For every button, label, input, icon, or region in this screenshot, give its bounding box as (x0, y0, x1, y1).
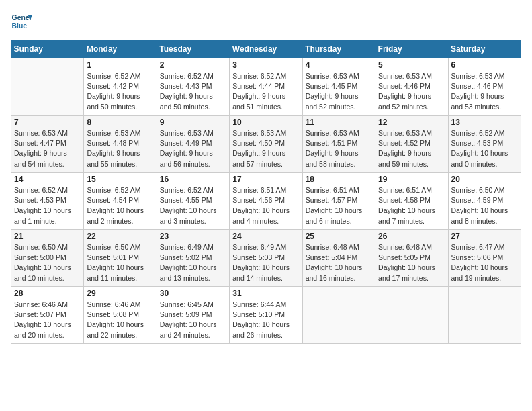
calendar-cell: 20Sunrise: 6:50 AM Sunset: 4:59 PM Dayli… (448, 173, 521, 230)
day-info: Sunrise: 6:44 AM Sunset: 5:10 PM Dayligh… (232, 300, 299, 340)
day-number: 28 (14, 289, 81, 298)
day-number: 1 (87, 60, 153, 70)
day-info: Sunrise: 6:52 AM Sunset: 4:44 PM Dayligh… (232, 71, 299, 112)
day-info: Sunrise: 6:46 AM Sunset: 5:07 PM Dayligh… (14, 300, 81, 340)
day-number: 20 (451, 175, 518, 184)
day-info: Sunrise: 6:53 AM Sunset: 4:51 PM Dayligh… (306, 128, 372, 169)
calendar-cell: 1Sunrise: 6:52 AM Sunset: 4:42 PM Daylig… (84, 58, 157, 116)
day-number: 9 (160, 118, 226, 127)
calendar-cell: 5Sunrise: 6:53 AM Sunset: 4:46 PM Daylig… (375, 58, 448, 116)
week-row-4: 28Sunrise: 6:46 AM Sunset: 5:07 PM Dayli… (11, 287, 521, 344)
day-number: 3 (232, 60, 299, 70)
day-number: 11 (306, 118, 372, 127)
weekday-friday: Friday (375, 40, 448, 58)
weekday-sunday: Sunday (11, 40, 84, 58)
day-info: Sunrise: 6:48 AM Sunset: 5:04 PM Dayligh… (306, 242, 372, 283)
calendar-cell: 10Sunrise: 6:53 AM Sunset: 4:50 PM Dayli… (230, 116, 302, 173)
day-info: Sunrise: 6:53 AM Sunset: 4:47 PM Dayligh… (14, 128, 81, 169)
day-info: Sunrise: 6:49 AM Sunset: 5:02 PM Dayligh… (160, 242, 226, 283)
day-info: Sunrise: 6:53 AM Sunset: 4:46 PM Dayligh… (378, 71, 445, 112)
day-number: 2 (160, 60, 226, 70)
day-info: Sunrise: 6:53 AM Sunset: 4:45 PM Dayligh… (306, 71, 372, 112)
day-info: Sunrise: 6:52 AM Sunset: 4:53 PM Dayligh… (451, 128, 518, 169)
weekday-header-row: SundayMondayTuesdayWednesdayThursdayFrid… (11, 40, 521, 58)
weekday-monday: Monday (84, 40, 157, 58)
calendar-cell: 11Sunrise: 6:53 AM Sunset: 4:51 PM Dayli… (302, 116, 375, 173)
svg-text:Blue: Blue (12, 22, 28, 30)
day-info: Sunrise: 6:53 AM Sunset: 4:46 PM Dayligh… (451, 71, 518, 112)
day-info: Sunrise: 6:52 AM Sunset: 4:55 PM Dayligh… (160, 185, 226, 226)
day-number: 13 (451, 118, 518, 127)
day-number: 21 (14, 232, 81, 241)
day-number: 14 (14, 175, 81, 184)
calendar-cell: 16Sunrise: 6:52 AM Sunset: 4:55 PM Dayli… (157, 173, 229, 230)
calendar-cell: 22Sunrise: 6:50 AM Sunset: 5:01 PM Dayli… (84, 230, 157, 287)
calendar-cell: 25Sunrise: 6:48 AM Sunset: 5:04 PM Dayli… (302, 230, 375, 287)
calendar-cell: 8Sunrise: 6:53 AM Sunset: 4:48 PM Daylig… (84, 116, 157, 173)
calendar-cell: 6Sunrise: 6:53 AM Sunset: 4:46 PM Daylig… (448, 58, 521, 116)
day-number: 16 (160, 175, 226, 184)
calendar-cell: 28Sunrise: 6:46 AM Sunset: 5:07 PM Dayli… (11, 287, 84, 344)
calendar-cell: 19Sunrise: 6:51 AM Sunset: 4:58 PM Dayli… (375, 173, 448, 230)
week-row-2: 14Sunrise: 6:52 AM Sunset: 4:53 PM Dayli… (11, 173, 521, 230)
calendar-cell: 24Sunrise: 6:49 AM Sunset: 5:03 PM Dayli… (230, 230, 302, 287)
page-header: General Blue (11, 11, 521, 32)
day-number: 6 (451, 60, 518, 70)
calendar-cell: 14Sunrise: 6:52 AM Sunset: 4:53 PM Dayli… (11, 173, 84, 230)
day-number: 17 (232, 175, 299, 184)
day-info: Sunrise: 6:51 AM Sunset: 4:56 PM Dayligh… (232, 185, 299, 226)
calendar-cell (11, 58, 84, 116)
day-info: Sunrise: 6:52 AM Sunset: 4:43 PM Dayligh… (160, 71, 226, 112)
day-number: 12 (378, 118, 445, 127)
day-number: 29 (87, 289, 153, 298)
calendar-cell: 27Sunrise: 6:47 AM Sunset: 5:06 PM Dayli… (448, 230, 521, 287)
calendar-cell: 9Sunrise: 6:53 AM Sunset: 4:49 PM Daylig… (157, 116, 229, 173)
day-number: 27 (451, 232, 518, 241)
day-number: 8 (87, 118, 153, 127)
weekday-saturday: Saturday (448, 40, 521, 58)
day-number: 5 (378, 60, 445, 70)
day-number: 22 (87, 232, 153, 241)
weekday-wednesday: Wednesday (230, 40, 302, 58)
calendar-cell: 3Sunrise: 6:52 AM Sunset: 4:44 PM Daylig… (230, 58, 302, 116)
day-info: Sunrise: 6:50 AM Sunset: 5:01 PM Dayligh… (87, 242, 153, 283)
day-info: Sunrise: 6:52 AM Sunset: 4:53 PM Dayligh… (14, 185, 81, 226)
day-info: Sunrise: 6:52 AM Sunset: 4:54 PM Dayligh… (87, 185, 153, 226)
calendar-cell: 30Sunrise: 6:45 AM Sunset: 5:09 PM Dayli… (157, 287, 229, 344)
day-number: 31 (232, 289, 299, 298)
calendar-cell (375, 287, 448, 344)
calendar-cell: 26Sunrise: 6:48 AM Sunset: 5:05 PM Dayli… (375, 230, 448, 287)
day-info: Sunrise: 6:52 AM Sunset: 4:42 PM Dayligh… (87, 71, 153, 112)
calendar-cell: 31Sunrise: 6:44 AM Sunset: 5:10 PM Dayli… (230, 287, 302, 344)
week-row-3: 21Sunrise: 6:50 AM Sunset: 5:00 PM Dayli… (11, 230, 521, 287)
calendar-cell: 21Sunrise: 6:50 AM Sunset: 5:00 PM Dayli… (11, 230, 84, 287)
calendar-cell: 23Sunrise: 6:49 AM Sunset: 5:02 PM Dayli… (157, 230, 229, 287)
calendar-cell: 12Sunrise: 6:53 AM Sunset: 4:52 PM Dayli… (375, 116, 448, 173)
day-info: Sunrise: 6:46 AM Sunset: 5:08 PM Dayligh… (87, 300, 153, 340)
calendar-cell: 13Sunrise: 6:52 AM Sunset: 4:53 PM Dayli… (448, 116, 521, 173)
day-info: Sunrise: 6:53 AM Sunset: 4:48 PM Dayligh… (87, 128, 153, 169)
day-info: Sunrise: 6:53 AM Sunset: 4:52 PM Dayligh… (378, 128, 445, 169)
weekday-thursday: Thursday (302, 40, 375, 58)
weekday-tuesday: Tuesday (157, 40, 229, 58)
calendar-cell: 4Sunrise: 6:53 AM Sunset: 4:45 PM Daylig… (302, 58, 375, 116)
day-number: 26 (378, 232, 445, 241)
day-number: 15 (87, 175, 153, 184)
day-info: Sunrise: 6:49 AM Sunset: 5:03 PM Dayligh… (232, 242, 299, 283)
day-number: 24 (232, 232, 299, 241)
day-info: Sunrise: 6:48 AM Sunset: 5:05 PM Dayligh… (378, 242, 445, 283)
day-number: 30 (160, 289, 226, 298)
day-info: Sunrise: 6:53 AM Sunset: 4:50 PM Dayligh… (232, 128, 299, 169)
logo: General Blue (11, 11, 32, 32)
logo-icon: General Blue (11, 11, 32, 32)
calendar-cell: 7Sunrise: 6:53 AM Sunset: 4:47 PM Daylig… (11, 116, 84, 173)
day-info: Sunrise: 6:51 AM Sunset: 4:57 PM Dayligh… (306, 185, 372, 226)
week-row-0: 1Sunrise: 6:52 AM Sunset: 4:42 PM Daylig… (11, 58, 521, 116)
day-info: Sunrise: 6:53 AM Sunset: 4:49 PM Dayligh… (160, 128, 226, 169)
day-info: Sunrise: 6:50 AM Sunset: 4:59 PM Dayligh… (451, 185, 518, 226)
calendar-cell (302, 287, 375, 344)
calendar-cell: 2Sunrise: 6:52 AM Sunset: 4:43 PM Daylig… (157, 58, 229, 116)
day-number: 25 (306, 232, 372, 241)
calendar-cell: 29Sunrise: 6:46 AM Sunset: 5:08 PM Dayli… (84, 287, 157, 344)
day-number: 7 (14, 118, 81, 127)
